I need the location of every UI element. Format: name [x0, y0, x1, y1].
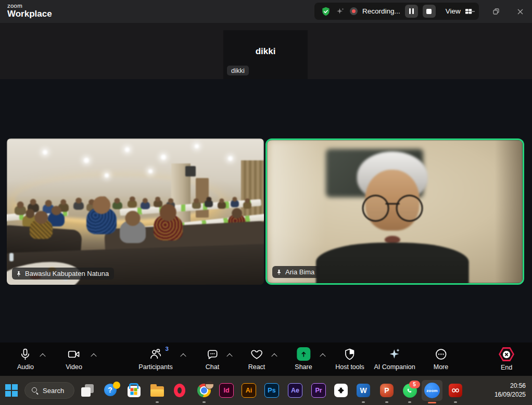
stop-recording-button[interactable] — [423, 5, 436, 18]
premiere-button[interactable]: Pr — [311, 383, 326, 398]
ai-companion-label: AI Companion — [374, 363, 415, 371]
illustrator-button[interactable]: Ai — [242, 383, 256, 398]
zoom-app-button[interactable]: zoom — [425, 383, 439, 398]
person-figure — [112, 201, 122, 209]
chat-icon — [206, 347, 219, 361]
powerpoint-icon: P — [380, 384, 394, 397]
chrome-icon — [197, 384, 211, 397]
host-tools-label: Host tools — [335, 363, 364, 371]
person-figure — [141, 201, 150, 209]
opera-button[interactable] — [172, 383, 187, 398]
person-figure — [128, 200, 137, 208]
running-indicator — [454, 401, 457, 403]
host-tools-shield-icon — [343, 347, 357, 361]
conference-room-video — [7, 138, 264, 285]
thumbnail-strip: dikki dikki — [0, 23, 532, 79]
zoom-meeting-window: zoom Workplace Recording... View — [0, 0, 532, 405]
host-tools-button[interactable]: Host tools — [335, 347, 364, 371]
chrome-button[interactable] — [197, 383, 211, 398]
person-figure — [30, 219, 53, 239]
meeting-stage: Bawaslu Kabupaten Natuna — [0, 79, 532, 343]
search-label: Search — [43, 387, 64, 395]
person-figure — [86, 207, 117, 234]
illustrator-icon: Ai — [242, 383, 256, 398]
participants-button[interactable]: 3 Participants — [138, 347, 172, 371]
file-explorer-button[interactable] — [150, 383, 164, 398]
participant-tile-dikki[interactable]: dikki dikki — [223, 30, 308, 79]
person-figure — [120, 220, 146, 243]
acrobat-button[interactable] — [448, 383, 463, 398]
brand-workplace: Workplace — [7, 9, 52, 19]
person-figure — [205, 200, 213, 207]
ceiling-light — [195, 144, 199, 148]
video-tile-aria-bima-active-speaker[interactable]: Aria Bima — [265, 138, 524, 285]
powerpoint-button[interactable]: P — [379, 383, 394, 398]
indesign-icon: Id — [219, 383, 234, 398]
react-label: React — [248, 363, 265, 371]
react-options-chevron[interactable] — [270, 351, 279, 360]
person-figure — [15, 206, 26, 215]
whatsapp-button[interactable]: 5 — [402, 383, 417, 398]
video-tile-bawaslu[interactable]: Bawaslu Kabupaten Natuna — [7, 138, 264, 285]
share-button[interactable]: Share — [295, 347, 312, 371]
person-figure — [154, 200, 162, 207]
ai-companion-icon — [388, 347, 401, 361]
task-view-button[interactable] — [80, 383, 95, 398]
indesign-button[interactable]: Id — [219, 383, 234, 398]
end-call-icon — [499, 347, 514, 361]
opera-icon — [174, 384, 185, 397]
share-options-chevron[interactable] — [318, 351, 327, 360]
share-screen-icon — [297, 347, 310, 361]
ai-sparkle-icon[interactable] — [336, 7, 345, 16]
meeting-toolbar: Audio Video 3 Participants Chat — [0, 343, 532, 376]
photoshop-button[interactable]: Ps — [264, 383, 279, 398]
camera-icon — [67, 347, 81, 361]
speaker-room-video — [267, 140, 523, 283]
photoshop-icon: Ps — [264, 383, 279, 398]
participants-label: Participants — [138, 363, 172, 371]
word-icon: W — [357, 384, 370, 397]
person-figure — [231, 200, 239, 207]
video-options-chevron[interactable] — [89, 351, 98, 360]
chat-label: Chat — [206, 363, 219, 371]
clock-date: 16/09/2025 — [495, 390, 526, 399]
microsoft-store-button[interactable] — [126, 383, 141, 398]
heart-icon — [250, 347, 263, 361]
audio-button[interactable]: Audio — [17, 347, 34, 371]
react-button[interactable]: React — [248, 347, 265, 371]
taskbar-search[interactable]: Search — [24, 382, 74, 399]
audio-options-chevron[interactable] — [38, 351, 47, 360]
security-shield-icon[interactable] — [321, 6, 331, 17]
widgets-weather-button[interactable]: ? — [104, 383, 118, 398]
more-ellipsis-icon — [434, 347, 448, 361]
windows-taskbar: Search ? Id — [0, 376, 532, 405]
chrome-profile-avatar — [205, 381, 214, 389]
video-button[interactable]: Video — [66, 347, 82, 371]
recording-status-text: Recording... — [362, 7, 400, 15]
close-button[interactable] — [508, 0, 532, 23]
running-indicator — [408, 401, 411, 403]
acrobat-icon — [449, 384, 462, 397]
word-button[interactable]: W — [356, 383, 371, 398]
after-effects-icon: Ae — [288, 383, 302, 398]
chat-button[interactable]: Chat — [206, 347, 219, 371]
end-meeting-button[interactable]: End — [499, 347, 514, 371]
minimize-button[interactable] — [460, 0, 484, 23]
after-effects-button[interactable]: Ae — [288, 383, 302, 398]
chat-options-chevron[interactable] — [225, 351, 234, 360]
ceiling-light — [228, 156, 233, 161]
ai-companion-button[interactable]: AI Companion — [374, 347, 415, 371]
windows-logo-icon — [5, 384, 18, 397]
taskbar-clock[interactable]: 20:56 16/09/2025 — [495, 382, 526, 399]
pause-recording-button[interactable] — [405, 5, 418, 18]
person-figure — [243, 201, 251, 209]
start-button[interactable] — [4, 383, 19, 398]
capcut-icon — [334, 384, 348, 397]
end-label: End — [501, 364, 512, 371]
more-label: More — [434, 363, 448, 371]
pin-icon — [16, 271, 22, 277]
capcut-button[interactable] — [334, 383, 348, 398]
restore-button[interactable] — [484, 0, 508, 23]
participants-options-chevron[interactable] — [179, 351, 188, 360]
more-button[interactable]: More — [434, 347, 448, 371]
